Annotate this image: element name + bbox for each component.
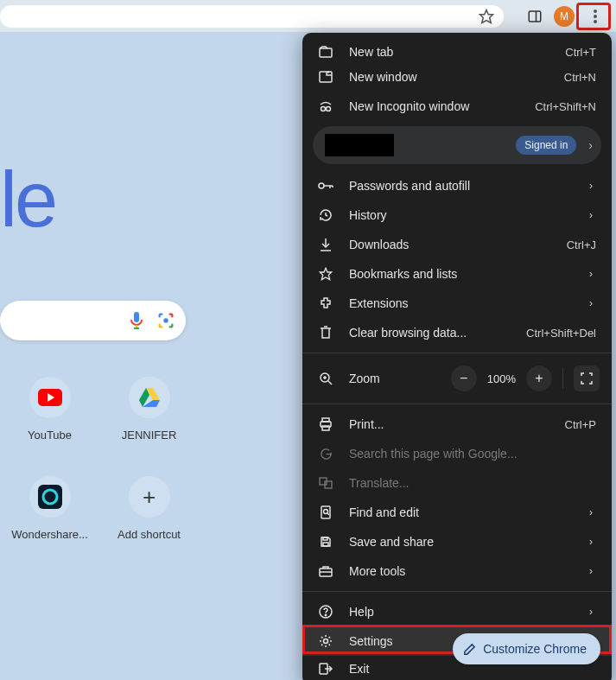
svg-rect-15 (320, 48, 332, 57)
menu-label: Clear browsing data... (349, 326, 511, 340)
shortcut-jennifer[interactable]: JENNIFER (99, 370, 199, 469)
menu-item-new-incognito[interactable]: New Incognito window Ctrl+Shift+N (302, 92, 612, 121)
download-icon (318, 237, 333, 252)
menu-label: Search this page with Google... (349, 447, 596, 461)
svg-point-20 (319, 183, 324, 188)
chevron-right-icon: › (589, 506, 596, 518)
translate-icon (318, 475, 333, 491)
drive-icon (129, 377, 170, 418)
menu-item-help[interactable]: Help › (302, 597, 612, 626)
menu-item-new-window[interactable]: New window Ctrl+N (302, 62, 612, 92)
history-icon (318, 207, 333, 223)
key-icon (318, 178, 333, 194)
new-tab-icon (318, 44, 333, 60)
voice-search-icon[interactable] (129, 311, 144, 330)
shortcut-youtube[interactable]: YouTube (0, 370, 99, 469)
svg-rect-40 (323, 543, 328, 546)
customize-chrome-button[interactable]: Customize Chrome (453, 633, 600, 664)
menu-item-downloads[interactable]: Downloads Ctrl+J (302, 230, 612, 259)
shortcut-label: YouTube (28, 429, 72, 442)
save-icon (318, 534, 333, 550)
zoom-in-button[interactable]: + (526, 365, 552, 391)
customize-label: Customize Chrome (483, 642, 587, 656)
trash-icon (318, 325, 333, 340)
svg-point-9 (163, 318, 168, 323)
lens-icon[interactable] (156, 311, 175, 330)
zoom-icon (318, 371, 333, 386)
menu-item-extensions[interactable]: Extensions › (302, 289, 612, 318)
svg-marker-26 (320, 268, 331, 279)
svg-point-4 (594, 15, 597, 18)
chevron-right-icon: › (589, 297, 596, 309)
menu-profile-row[interactable]: Signed in › (313, 126, 601, 164)
youtube-icon (29, 377, 71, 418)
shortcut-wondershare[interactable]: Wondershare... (0, 469, 99, 569)
svg-rect-16 (320, 72, 332, 82)
menu-item-more-tools[interactable]: More tools › (302, 556, 612, 586)
svg-point-5 (594, 20, 597, 23)
toolbox-icon (318, 563, 333, 579)
ntp-shortcuts: YouTube JENNIFER Wondershare... + Add sh… (0, 370, 199, 569)
svg-rect-37 (321, 506, 330, 518)
menu-label: History (349, 208, 574, 222)
star-icon[interactable] (476, 6, 497, 27)
menu-label: New Incognito window (349, 99, 519, 113)
menu-shortcut: Ctrl+T (565, 46, 596, 59)
shortcut-label: Wondershare... (11, 528, 88, 541)
menu-label: Zoom (349, 372, 435, 385)
menu-item-find[interactable]: Find and edit › (302, 498, 612, 527)
pencil-icon (463, 643, 476, 656)
shortcut-label: JENNIFER (122, 429, 177, 442)
menu-item-new-tab[interactable]: New tab Ctrl+T (302, 33, 612, 62)
plus-icon: + (129, 476, 170, 518)
star-icon (318, 266, 333, 282)
side-panel-icon[interactable] (524, 6, 545, 27)
omnibox[interactable] (0, 5, 504, 28)
google-search-bar[interactable] (0, 301, 186, 340)
menu-item-save-share[interactable]: Save and share › (302, 527, 612, 556)
shortcut-add[interactable]: + Add shortcut (99, 469, 199, 569)
fullscreen-button[interactable] (574, 365, 600, 391)
help-icon (318, 604, 333, 620)
zoom-out-button[interactable]: − (451, 365, 477, 391)
menu-item-search-page: Search this page with Google... (302, 439, 612, 468)
extensions-icon (318, 296, 333, 311)
svg-line-29 (328, 381, 332, 384)
profile-avatar[interactable]: M (554, 6, 575, 27)
svg-rect-34 (322, 426, 329, 430)
svg-rect-33 (322, 418, 329, 422)
menu-item-bookmarks[interactable]: Bookmarks and lists › (302, 259, 612, 289)
zoom-divider (562, 368, 563, 389)
more-menu-button[interactable] (583, 4, 607, 29)
menu-item-passwords[interactable]: Passwords and autofill › (302, 171, 612, 200)
google-logo-fragment: le (0, 156, 55, 245)
chrome-overflow-menu: New tab Ctrl+T New window Ctrl+N New Inc… (302, 33, 612, 680)
chevron-right-icon: › (589, 565, 596, 577)
menu-item-history[interactable]: History › (302, 200, 612, 230)
menu-label: Save and share (349, 535, 574, 549)
exit-icon (318, 661, 333, 677)
menu-shortcut: Ctrl+N (564, 71, 596, 84)
menu-shortcut: Ctrl+P (565, 418, 596, 431)
menu-separator (302, 591, 612, 592)
menu-shortcut: Ctrl+J (567, 238, 596, 251)
svg-marker-0 (480, 10, 493, 23)
menu-item-print[interactable]: Print... Ctrl+P (302, 410, 612, 439)
svg-point-38 (324, 510, 328, 514)
chevron-right-icon: › (588, 138, 593, 152)
menu-label: Help (349, 605, 574, 619)
menu-item-translate: Translate... (302, 468, 612, 498)
svg-point-46 (324, 639, 328, 644)
wondershare-icon (29, 476, 71, 518)
svg-point-3 (594, 10, 597, 13)
menu-label: Find and edit (349, 505, 574, 519)
chevron-right-icon: › (589, 180, 596, 192)
svg-rect-6 (134, 312, 139, 322)
menu-item-clear-data[interactable]: Clear browsing data... Ctrl+Shift+Del (302, 318, 612, 347)
menu-label: Passwords and autofill (349, 179, 574, 193)
menu-label: New window (349, 70, 549, 84)
svg-point-17 (321, 107, 326, 111)
find-icon (318, 505, 333, 520)
svg-line-39 (327, 513, 329, 515)
profile-name-redacted (325, 134, 394, 156)
